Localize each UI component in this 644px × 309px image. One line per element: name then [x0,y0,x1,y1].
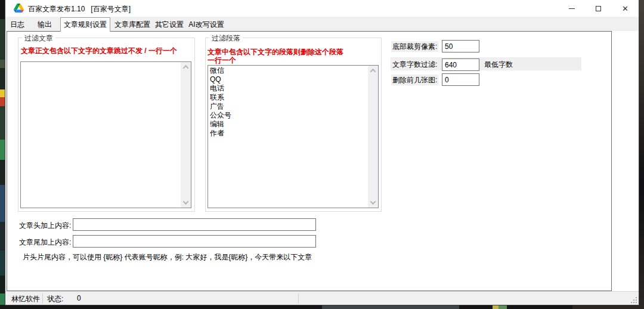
status-label: 状态: [47,294,63,304]
append-head-label: 文章头加上内容: [19,220,71,231]
resize-grip-icon[interactable] [631,297,637,303]
google-drive-triangle-icon [14,4,24,13]
chevron-up-icon[interactable] [181,62,191,72]
append-note: 片头片尾内容，可以使用 {昵称} 代表账号昵称，例: 大家好，我是{昵称}，今天… [23,252,312,262]
tab-article-rules[interactable]: 文章规则设置 [60,17,110,32]
desktop-right-edge [639,0,644,309]
filter-paragraph-textarea[interactable]: 微信 QQ 电话 联系 广告 公众号 编辑 作者 [208,66,368,208]
append-tail-input[interactable] [73,235,316,248]
chevron-up-icon[interactable] [368,66,378,76]
statusbar-separator [298,293,299,304]
minimize-icon[interactable] [558,0,585,17]
bottom-crop-input[interactable] [442,40,479,52]
filter-article-textarea[interactable] [21,62,181,208]
tab-output[interactable]: 输出 [33,18,57,31]
brand-label: 林忆软件 [11,294,40,304]
filter-article-title: 过滤文章 [22,33,55,44]
filter-article-hint: 文章正文包含以下文字的文章跳过不发 / 一行一个 [21,46,177,56]
filter-article-scrollbar[interactable] [181,62,191,208]
tab-ai-rewrite[interactable]: AI改写设置 [187,18,226,31]
delete-images-input[interactable] [442,73,479,86]
tab-article-library[interactable]: 文章库配置 [113,18,152,31]
status-value: 0 [77,294,81,302]
tab-other-settings[interactable]: 其它设置 [153,18,185,31]
word-filter-suffix: 最低字数 [483,59,514,70]
close-icon[interactable]: ✕ [612,0,639,17]
filter-paragraph-title: 过滤段落 [209,33,243,44]
tab-strip: 日志 输出 文章规则设置 文章库配置 其它设置 AI改写设置 [5,17,639,31]
status-bar: 林忆软件 状态: 0 [5,291,639,305]
delete-images-label: 删除前几张图: [391,75,438,85]
filter-article-textbox [20,61,191,208]
app-window: 百家文章发布1.10 [百家号文章] ✕ 日志 输出 文章规则设置 文章库配置 … [5,0,639,305]
append-tail-label: 文章尾加上内容: [19,237,71,248]
maximize-icon[interactable] [585,0,612,17]
tab-log[interactable]: 日志 [5,18,29,31]
chevron-down-icon[interactable] [181,197,191,208]
bottom-crop-label: 底部裁剪像素: [391,41,438,52]
window-title: 百家文章发布1.10 [百家号文章] [28,4,131,14]
titlebar: 百家文章发布1.10 [百家号文章] ✕ [5,0,639,17]
filter-paragraph-scrollbar[interactable] [368,66,378,208]
word-filter-input[interactable] [442,58,479,71]
append-head-input[interactable] [73,218,316,231]
chevron-down-icon[interactable] [368,197,378,208]
desktop-bottom-edge [0,305,644,309]
filter-paragraph-hint-line2: 一行一个 [208,55,236,66]
filter-paragraph-textbox: 微信 QQ 电话 联系 广告 公众号 编辑 作者 [208,65,379,208]
statusbar-separator [42,293,43,304]
article-rules-panel: 过滤文章 文章正文包含以下文字的文章跳过不发 / 一行一个 过滤段落 文章中包含… [7,31,612,291]
word-filter-label: 文章字数过滤: [391,59,438,70]
